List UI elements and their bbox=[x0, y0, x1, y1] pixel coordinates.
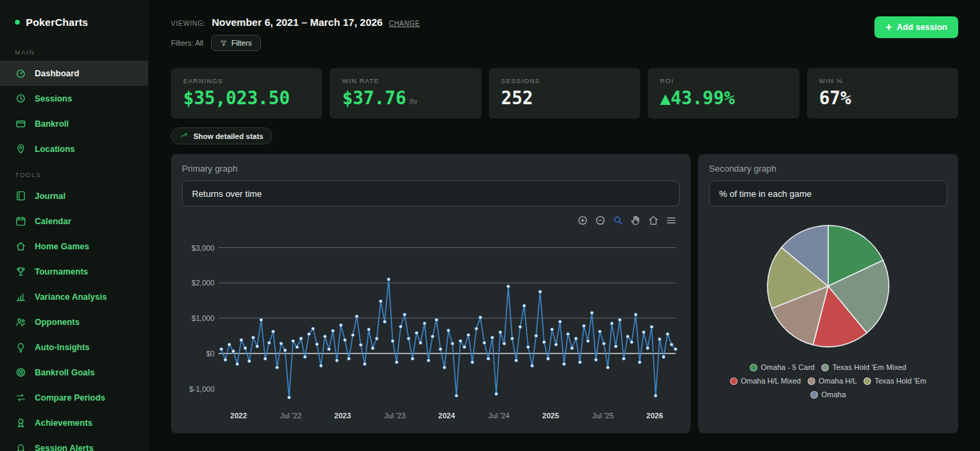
primary-graph-select[interactable]: Returns over time bbox=[182, 181, 680, 206]
svg-text:$0: $0 bbox=[206, 349, 215, 358]
sidebar-item-home-games[interactable]: Home Games bbox=[0, 234, 148, 259]
sidebar-item-label: Opponents bbox=[35, 317, 80, 327]
svg-text:2025: 2025 bbox=[542, 411, 558, 420]
svg-text:Jul '22: Jul '22 bbox=[280, 411, 301, 420]
sidebar-item-sessions[interactable]: Sessions bbox=[0, 86, 148, 111]
zoom-out-button[interactable] bbox=[595, 215, 606, 226]
stats-row: EARNINGS$35,023.50WIN RATE$37.76/hrSESSI… bbox=[171, 68, 958, 119]
legend-label: Omaha bbox=[821, 390, 846, 399]
sidebar-item-compare-periods[interactable]: Compare Periods bbox=[0, 385, 148, 410]
people-icon bbox=[15, 316, 27, 328]
sidebar-item-label: Bankroll bbox=[35, 119, 69, 129]
svg-text:2024: 2024 bbox=[439, 411, 456, 420]
zoom-in-button[interactable] bbox=[577, 215, 588, 226]
bars-icon bbox=[15, 291, 27, 302]
returns-line-chart[interactable]: $3,000$2,000$1,000$0$-1,0002022Jul '2220… bbox=[182, 228, 680, 426]
game-time-pie-chart[interactable] bbox=[765, 223, 891, 349]
stat-label: SESSIONS bbox=[501, 77, 628, 84]
chart-menu-icon bbox=[665, 215, 677, 226]
pan-icon bbox=[630, 215, 642, 226]
logo-dot-icon bbox=[15, 20, 20, 25]
trending-up-icon bbox=[180, 131, 189, 140]
sidebar-item-bankroll-goals[interactable]: Bankroll Goals bbox=[0, 360, 148, 385]
sidebar-item-label: Calendar bbox=[35, 217, 72, 226]
pie-legend: Omaha - 5 CardTexas Hold 'Em MixedOmaha … bbox=[716, 363, 941, 399]
legend-item-omaha[interactable]: Omaha bbox=[810, 390, 846, 399]
show-detailed-stats-button[interactable]: Show detailed stats bbox=[171, 127, 272, 144]
legend-label: Omaha H/L Mixed bbox=[741, 377, 801, 385]
stat-value: $37.76/hr bbox=[342, 88, 469, 108]
legend-item-omaha-h-l-mixed[interactable]: Omaha H/L Mixed bbox=[730, 377, 801, 385]
pie-chart-wrap bbox=[709, 223, 947, 349]
sidebar-item-locations[interactable]: Locations bbox=[0, 136, 148, 161]
stat-value-suffix: /hr bbox=[409, 98, 417, 106]
change-link[interactable]: CHANGE bbox=[389, 20, 420, 27]
pin-icon bbox=[15, 143, 27, 155]
stat-card-win-rate: WIN RATE$37.76/hr bbox=[330, 68, 481, 119]
filters-row: Filters: All Filters bbox=[171, 35, 420, 51]
svg-text:Jul '25: Jul '25 bbox=[592, 411, 614, 420]
app-logo: PokerCharts bbox=[0, 0, 148, 39]
house-icon bbox=[15, 240, 27, 252]
legend-item-texas-hold-em[interactable]: Texas Hold 'Em bbox=[864, 377, 926, 385]
sidebar-item-session-alerts[interactable]: Session Alerts bbox=[0, 435, 148, 451]
stat-card-earnings: EARNINGS$35,023.50 bbox=[171, 68, 322, 119]
sidebar-item-label: Auto-Insights bbox=[35, 343, 90, 352]
sidebar-item-opponents[interactable]: Opponents bbox=[0, 309, 148, 335]
primary-graph-card: Primary graph Returns over time $3,000$2… bbox=[171, 154, 691, 433]
reset-zoom-button[interactable] bbox=[648, 215, 659, 226]
chart-menu-button[interactable] bbox=[665, 215, 677, 226]
sidebar-item-calendar[interactable]: Calendar bbox=[0, 208, 148, 234]
legend-swatch-icon bbox=[810, 391, 818, 399]
sidebar: PokerCharts MAINDashboardSessionsBankrol… bbox=[0, 0, 148, 451]
bell-icon bbox=[15, 442, 27, 451]
stat-card-sessions: SESSIONS252 bbox=[489, 68, 640, 119]
funnel-icon bbox=[220, 40, 227, 47]
pan-button[interactable] bbox=[630, 215, 642, 226]
target-icon bbox=[15, 367, 27, 378]
selection-zoom-icon bbox=[612, 215, 624, 226]
stat-label: WIN RATE bbox=[342, 77, 469, 84]
compare-icon bbox=[15, 392, 27, 403]
filters-status-label: Filters: All bbox=[171, 39, 204, 47]
sidebar-item-label: Home Games bbox=[35, 242, 89, 251]
secondary-graph-select[interactable]: % of time in each game bbox=[709, 181, 947, 206]
sidebar-item-auto-insights[interactable]: Auto-Insights bbox=[0, 335, 148, 360]
legend-item-omaha-5-card[interactable]: Omaha - 5 Card bbox=[750, 363, 815, 371]
legend-swatch-icon bbox=[730, 377, 738, 385]
selection-zoom-button[interactable] bbox=[612, 215, 624, 226]
sidebar-item-achievements[interactable]: Achievements bbox=[0, 410, 148, 435]
sidebar-item-variance-analysis[interactable]: Variance Analysis bbox=[0, 284, 148, 309]
graphs-row: Primary graph Returns over time $3,000$2… bbox=[171, 154, 958, 433]
add-session-button[interactable]: + Add session bbox=[874, 16, 958, 38]
zoom-out-icon bbox=[595, 215, 606, 226]
legend-item-texas-hold-em-mixed[interactable]: Texas Hold 'Em Mixed bbox=[821, 363, 906, 371]
zoom-in-icon bbox=[577, 215, 588, 226]
sidebar-item-bankroll[interactable]: Bankroll bbox=[0, 111, 148, 136]
chart-toolbar bbox=[182, 215, 680, 226]
sidebar-item-journal[interactable]: Journal bbox=[0, 183, 148, 208]
topbar: VIEWING: November 6, 2021 – March 17, 20… bbox=[171, 16, 958, 51]
sidebar-item-tournaments[interactable]: Tournaments bbox=[0, 259, 148, 284]
medal-icon bbox=[15, 417, 27, 429]
legend-label: Texas Hold 'Em Mixed bbox=[832, 363, 906, 371]
app-title: PokerCharts bbox=[26, 16, 88, 28]
sidebar-item-label: Session Alerts bbox=[35, 444, 93, 451]
stat-label: WIN % bbox=[819, 77, 946, 84]
calendar-icon bbox=[15, 215, 27, 227]
legend-item-omaha-h-l[interactable]: Omaha H/L bbox=[808, 377, 857, 385]
reset-zoom-icon bbox=[648, 215, 659, 226]
stat-label: EARNINGS bbox=[183, 77, 310, 84]
svg-text:2022: 2022 bbox=[230, 411, 247, 420]
legend-swatch-icon bbox=[808, 377, 815, 385]
viewing-row: VIEWING: November 6, 2021 – March 17, 20… bbox=[171, 16, 420, 28]
svg-text:Jul '24: Jul '24 bbox=[488, 411, 509, 420]
filters-button[interactable]: Filters bbox=[211, 35, 261, 51]
nav-section-tools: TOOLS bbox=[0, 161, 148, 183]
sidebar-item-dashboard[interactable]: Dashboard bbox=[0, 61, 148, 86]
sidebar-item-label: Dashboard bbox=[35, 69, 79, 78]
sidebar-item-label: Variance Analysis bbox=[35, 292, 107, 302]
secondary-graph-selected-value: % of time in each game bbox=[719, 189, 812, 199]
stat-value: $35,023.50 bbox=[183, 88, 310, 108]
svg-text:Jul '23: Jul '23 bbox=[384, 411, 405, 420]
